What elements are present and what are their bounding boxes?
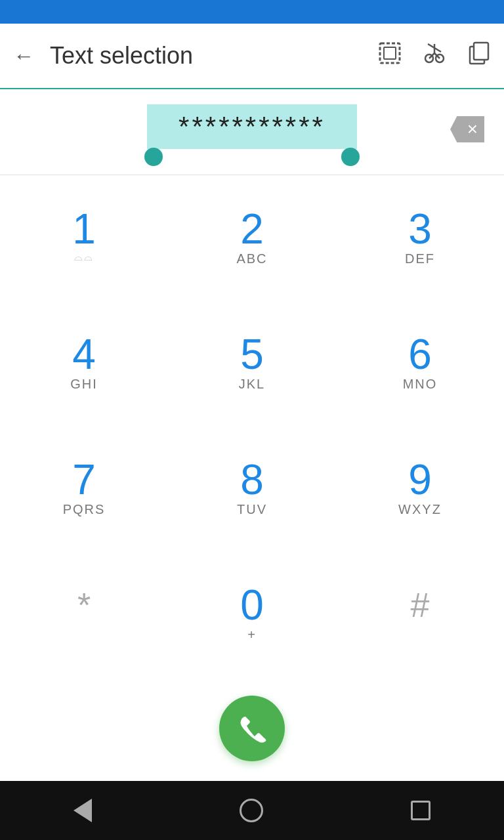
dial-key-5[interactable]: 5 JKL [168, 301, 336, 426]
call-button[interactable] [219, 696, 285, 761]
dial-number-9: 9 [408, 459, 432, 501]
dial-number-star: * [77, 588, 91, 622]
dial-letters-3: DEF [405, 251, 435, 267]
selection-handle-right[interactable] [341, 148, 360, 166]
svg-rect-1 [384, 47, 396, 59]
dial-key-6[interactable]: 6 MNO [336, 301, 504, 426]
dial-letters-7: PQRS [63, 502, 106, 518]
dial-key-star[interactable]: * [0, 551, 168, 676]
backspace-icon [450, 116, 484, 142]
copy-icon[interactable] [467, 41, 491, 70]
dial-number-5: 5 [240, 333, 264, 375]
dialpad: 1 ⌓⌓ 2 ABC 3 DEF 4 GHI 5 JKL 6 MNO 7 PQR… [0, 175, 504, 676]
dial-number-6: 6 [408, 333, 432, 375]
dial-key-0[interactable]: 0 + [168, 551, 336, 676]
svg-rect-0 [380, 43, 400, 63]
dial-letters-2: ABC [236, 251, 267, 267]
cut-icon[interactable] [423, 41, 446, 70]
dial-number-hash: # [411, 588, 430, 622]
selection-handles [147, 149, 357, 166]
dial-number-7: 7 [72, 459, 96, 501]
dial-key-hash[interactable]: # [336, 551, 504, 676]
app-bar-title: Text selection [50, 42, 378, 70]
select-all-icon[interactable] [378, 41, 402, 70]
dial-key-3[interactable]: 3 DEF [336, 175, 504, 301]
call-area [0, 676, 504, 781]
back-button[interactable]: ← [13, 45, 34, 66]
dialpad-grid: 1 ⌓⌓ 2 ABC 3 DEF 4 GHI 5 JKL 6 MNO 7 PQR… [0, 175, 504, 676]
dial-letters-0: + [247, 627, 257, 643]
dial-letters-5: JKL [239, 377, 265, 392]
dial-key-9[interactable]: 9 WXYZ [336, 426, 504, 551]
dial-number-4: 4 [72, 333, 96, 375]
backspace-button[interactable] [450, 116, 484, 142]
password-input[interactable]: *********** [147, 104, 357, 149]
dial-number-2: 2 [240, 208, 264, 250]
nav-home-button[interactable] [240, 799, 263, 822]
nav-bar [0, 781, 504, 840]
dial-letters-9: WXYZ [398, 502, 442, 518]
status-bar [0, 0, 504, 24]
app-bar: ← Text selection [0, 24, 504, 89]
dial-key-4[interactable]: 4 GHI [0, 301, 168, 426]
svg-rect-9 [474, 43, 488, 60]
dial-key-2[interactable]: 2 ABC [168, 175, 336, 301]
dial-number-0: 0 [240, 584, 264, 626]
input-area: *********** [0, 89, 504, 175]
dial-letters-4: GHI [70, 377, 98, 392]
dial-letters-1: ⌓⌓ [74, 251, 94, 267]
dial-number-3: 3 [408, 208, 432, 250]
dial-key-7[interactable]: 7 PQRS [0, 426, 168, 551]
dial-key-8[interactable]: 8 TUV [168, 426, 336, 551]
dial-letters-8: TUV [237, 502, 267, 518]
selection-handle-left[interactable] [144, 148, 163, 166]
dial-number-1: 1 [72, 208, 96, 250]
dial-number-8: 8 [240, 459, 264, 501]
dial-key-1[interactable]: 1 ⌓⌓ [0, 175, 168, 301]
dial-letters-6: MNO [403, 377, 438, 392]
nav-recents-button[interactable] [411, 801, 430, 820]
app-bar-actions [378, 41, 491, 70]
text-input-container: *********** [147, 104, 357, 166]
nav-back-button[interactable] [74, 799, 92, 822]
